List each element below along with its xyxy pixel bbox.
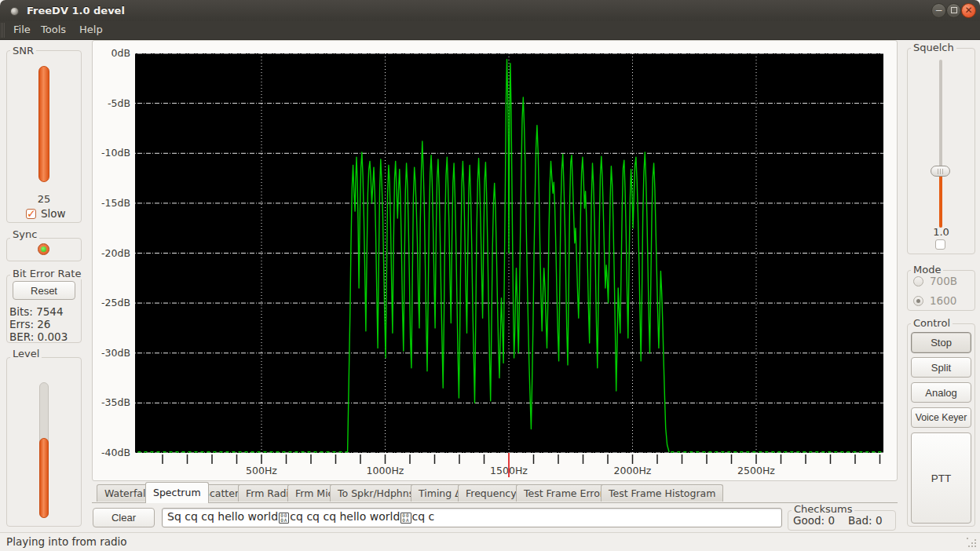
squelch-slider-fill <box>939 171 942 228</box>
menu-help[interactable]: Help <box>76 21 106 39</box>
mode-radio-1600[interactable] <box>913 296 923 306</box>
svg-text:2500Hz: 2500Hz <box>737 465 775 476</box>
window-title: FreeDV 1.0 devel <box>27 0 125 21</box>
menu-grip-icon <box>1 23 5 38</box>
maximize-button[interactable] <box>946 3 961 18</box>
menu-tools[interactable]: Tools <box>38 21 69 39</box>
svg-text:-25dB: -25dB <box>101 297 130 308</box>
svg-text:-35dB: -35dB <box>101 396 130 408</box>
squelch-slider-handle[interactable] <box>931 166 950 177</box>
mode-label-700b[interactable]: 700B <box>930 275 957 287</box>
level-group-label: Level <box>10 348 42 359</box>
svg-text:-40dB: -40dB <box>101 447 130 458</box>
ber-group-label: Bit Error Rate <box>10 268 83 279</box>
maximize-icon <box>951 7 957 13</box>
resize-grip-icon[interactable] <box>967 538 978 549</box>
snr-value: 25 <box>6 193 82 205</box>
close-button[interactable]: ✕ <box>961 3 976 18</box>
snr-slow-label[interactable]: Slow <box>41 207 66 220</box>
voice-keyer-button[interactable]: Voice Keyer <box>911 407 971 428</box>
reset-button[interactable]: Reset <box>13 281 75 300</box>
svg-text:-15dB: -15dB <box>101 197 130 209</box>
squelch-checkbox[interactable] <box>935 239 945 250</box>
spectrum-plot: 0dB-5dB-10dB-15dB-20dB-25dB-30dB-35dB-40… <box>92 40 898 481</box>
freedv-window: FreeDV 1.0 devel − ✕ File Tools Help SNR… <box>0 0 980 551</box>
svg-text:1000Hz: 1000Hz <box>367 465 404 476</box>
ber-value: BER: 0.003 <box>9 330 68 343</box>
minimize-button[interactable]: − <box>931 3 946 18</box>
snr-gauge <box>38 66 49 182</box>
tab-test-frame-histogram[interactable]: Test Frame Histogram <box>601 484 723 502</box>
errs-value: Errs: 26 <box>9 318 50 330</box>
control-char-glyph: 000A <box>279 513 289 524</box>
svg-text:-5dB: -5dB <box>108 97 130 109</box>
plot-tabbar: Waterfall Spectrum Scatter Frm Radio Frm… <box>92 482 898 503</box>
menubar <box>0 21 980 40</box>
svg-text:-20dB: -20dB <box>101 247 130 259</box>
squelch-group-label: Squelch <box>911 42 956 53</box>
checksums-good: Good: 0 <box>793 514 835 527</box>
snr-group-label: SNR <box>10 45 36 57</box>
split-button[interactable]: Split <box>911 357 971 378</box>
titlebar[interactable]: FreeDV 1.0 devel − ✕ <box>0 0 980 22</box>
analog-button[interactable]: Analog <box>911 382 971 403</box>
app-icon <box>10 7 19 16</box>
tx-text-input[interactable]: Sq cq cq hello world000Acq cq cq hello w… <box>162 508 782 527</box>
squelch-value: 1.0 <box>907 226 975 238</box>
svg-text:500Hz: 500Hz <box>246 465 277 476</box>
sync-led-icon <box>38 243 49 255</box>
mode-radio-700b[interactable] <box>913 276 923 286</box>
mode-label-1600[interactable]: 1600 <box>930 294 956 307</box>
control-char-glyph: 000A <box>400 513 411 524</box>
stop-button[interactable]: Stop <box>911 332 971 353</box>
svg-text:0dB: 0dB <box>112 47 130 59</box>
clear-button[interactable]: Clear <box>93 508 155 527</box>
statusbar <box>0 532 980 551</box>
ptt-button[interactable]: PTT <box>911 432 971 524</box>
status-text: Playing into from radio <box>6 532 127 551</box>
snr-slow-checkbox[interactable] <box>26 209 36 219</box>
level-gauge-fill <box>39 438 49 518</box>
checksums-group-label: Checksums <box>792 503 854 515</box>
bits-value: Bits: 7544 <box>9 305 64 318</box>
sync-group-label: Sync <box>10 228 39 240</box>
control-group-label: Control <box>911 317 953 329</box>
mode-group-label: Mode <box>911 264 943 276</box>
checksums-bad: Bad: 0 <box>848 514 883 527</box>
menu-file[interactable]: File <box>10 21 34 39</box>
tab-spectrum[interactable]: Spectrum <box>145 482 209 503</box>
tab-to-spkr[interactable]: To Spkr/Hdphns <box>330 484 422 502</box>
svg-text:-10dB: -10dB <box>101 147 130 159</box>
svg-text:-30dB: -30dB <box>101 347 130 359</box>
svg-text:2000Hz: 2000Hz <box>614 465 652 476</box>
